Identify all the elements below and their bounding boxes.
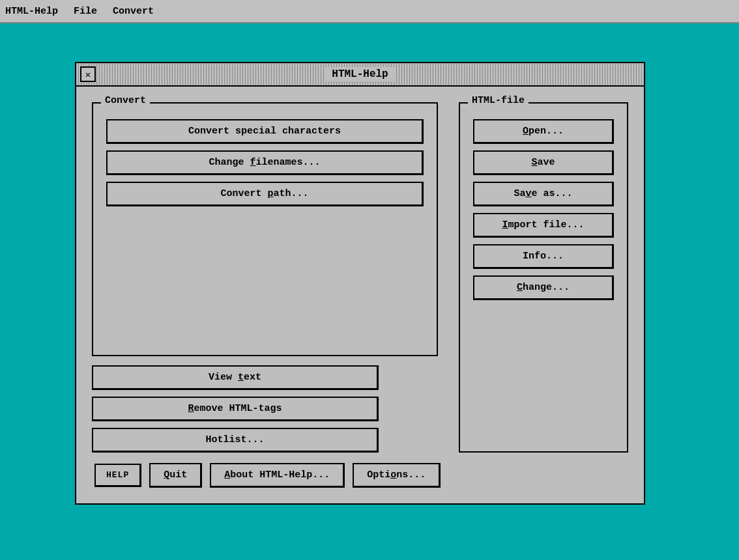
menu-convert[interactable]: Convert bbox=[113, 6, 154, 17]
convert-group-label: Convert bbox=[101, 95, 150, 106]
btn-change-filenames[interactable]: Change filenames... bbox=[106, 150, 424, 175]
convert-group-buttons: Convert special characters Change filena… bbox=[106, 119, 424, 206]
btn-remove-html[interactable]: Remove HTML-tags bbox=[92, 397, 379, 421]
main-window: ✕ HTML-Help Convert Convert special char… bbox=[75, 62, 645, 505]
html-file-group-label: HTML-file bbox=[468, 95, 529, 106]
btn-open[interactable]: Open... bbox=[473, 119, 614, 144]
btn-convert-special[interactable]: Convert special characters bbox=[106, 119, 424, 144]
btn-about[interactable]: About HTML-Help... bbox=[210, 463, 345, 488]
bottom-bar: HELP Quit About HTML-Help... Options... bbox=[92, 463, 628, 488]
title-bar: ✕ HTML-Help bbox=[76, 63, 644, 87]
btn-options[interactable]: Options... bbox=[353, 463, 441, 488]
html-file-group-buttons: Open... Save Save as... Import file... I… bbox=[473, 119, 614, 300]
btn-info[interactable]: Info... bbox=[473, 244, 614, 269]
btn-hotlist[interactable]: Hotlist... bbox=[92, 428, 379, 453]
btn-change[interactable]: Change... bbox=[473, 275, 614, 300]
btn-help[interactable]: HELP bbox=[94, 464, 141, 487]
btn-import[interactable]: Import file... bbox=[473, 213, 614, 238]
btn-quit[interactable]: Quit bbox=[149, 463, 202, 488]
main-area: Convert Convert special characters Chang… bbox=[92, 102, 628, 453]
btn-save[interactable]: Save bbox=[473, 150, 614, 175]
convert-group: Convert Convert special characters Chang… bbox=[92, 102, 438, 356]
window-title: HTML-Help bbox=[324, 67, 396, 81]
left-section: Convert Convert special characters Chang… bbox=[92, 102, 438, 453]
html-file-group: HTML-file Open... Save Save as... Import… bbox=[459, 102, 628, 453]
window-content: Convert Convert special characters Chang… bbox=[76, 87, 644, 503]
menu-bar: HTML-Help File Convert bbox=[0, 0, 739, 23]
menu-html-help[interactable]: HTML-Help bbox=[5, 6, 58, 17]
menu-file[interactable]: File bbox=[74, 6, 97, 17]
window-close-icon[interactable]: ✕ bbox=[80, 66, 96, 82]
btn-convert-path[interactable]: Convert path... bbox=[106, 182, 424, 206]
btn-view-text[interactable]: View text bbox=[92, 365, 379, 390]
btn-save-as[interactable]: Save as... bbox=[473, 182, 614, 206]
extra-buttons: View text Remove HTML-tags Hotlist... bbox=[92, 365, 438, 453]
